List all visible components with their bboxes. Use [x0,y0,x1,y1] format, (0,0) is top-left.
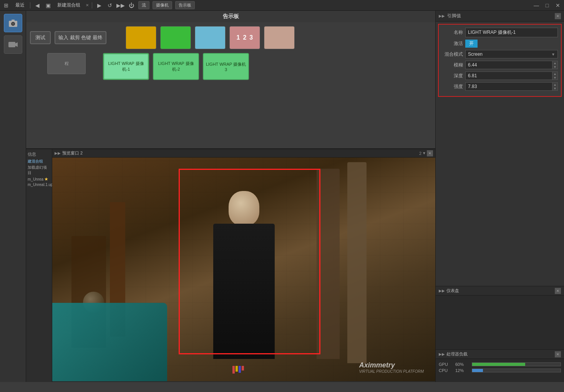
info-item-4[interactable]: m_Unreal.1.uproject [28,183,50,187]
process-box-label: 程 [65,61,69,66]
bottom-info-panel: 信息 建混合组 加载虚幻项目 m_Unrea ★ m_Unreal.1.upro… [26,149,52,382]
strength-spinbox[interactable]: 7.83 ▲ ▼ [465,82,558,91]
watermark-text: Aximmetry VIRTUAL PRODUCTION PLATFORM [359,361,424,374]
expand-cpu-icon[interactable]: ▶▶ [439,352,445,356]
fabric-teal [52,303,167,381]
blend-mode-label: 混合模式 [442,51,463,58]
svg-marker-5 [15,42,18,47]
combined-btn[interactable]: 输入 裁剪 色键 最终 [55,31,106,44]
svg-point-2 [12,23,14,25]
tab-icon[interactable]: ▣ [44,2,52,9]
column-right [347,162,367,364]
depth-label: 深度 [442,73,463,79]
instruments-section: ▶▶ 仪表盘 ✕ [436,286,564,349]
blur-input[interactable]: 6.44 [466,61,552,69]
billboard-btn[interactable]: 告示板 [175,1,195,9]
num2: 2 [243,34,246,41]
compositor-row1: 测试 输入 裁剪 色键 最终 1 2 3 [30,26,431,49]
info-item-1[interactable]: 建混合组 [28,159,50,164]
right-panel-header: ▶▶ 引脚值 ✕ [436,11,564,22]
gpu-bar-container [472,362,561,366]
properties-section: 名称 LIGHT WRAP 摄像机-1 激活 开 混合模式 Screen ▼ 模… [438,24,562,97]
bottom-split: 信息 建混合组 加载虚幻项目 m_Unrea ★ m_Unreal.1.upro… [26,149,435,382]
preview-number: 2 [419,151,421,156]
svg-rect-3 [12,20,15,21]
blur-up-arrow[interactable]: ▲ [552,61,557,65]
gpu-bar [472,363,525,366]
strength-up-arrow[interactable]: ▲ [552,83,557,86]
gpu-pct: 60% [455,362,469,367]
left-sidebar [0,11,26,382]
minimize-icon[interactable]: — [532,2,540,9]
flow-icon[interactable]: ▶ [95,2,103,9]
light-wrap-card-1[interactable]: LIGHT WRAP 摄像机-1 [103,53,149,80]
strength-arrows: ▲ ▼ [552,83,557,90]
light-wrap-card-2[interactable]: LIGHT WRAP 摄像机-2 [153,53,199,80]
depth-input[interactable]: 6.81 [466,72,552,80]
compositor-content: 测试 输入 裁剪 色键 最终 1 2 3 [26,22,435,148]
info-item-2[interactable]: 加载虚幻项目 [28,165,50,176]
color-block-green[interactable] [160,26,191,49]
instruments-header: ▶▶ 仪表盘 ✕ [436,286,564,296]
main-layout: 告示板 测试 输入 裁剪 色键 最终 1 2 3 [0,11,564,382]
color-block-numbered[interactable]: 1 2 3 [229,26,260,49]
expand-right-icon[interactable]: ▶▶ [439,14,445,18]
processor-section: ▶▶ 处理器负载 ✕ GPU 60% CPU 12% [436,349,564,382]
compositor-title: 告示板 [26,11,435,22]
cpu-row: CPU 12% [439,368,561,373]
name-row: 名称 LIGHT WRAP 摄像机-1 [442,28,558,37]
sidebar-camera-btn[interactable] [4,14,22,32]
refresh-icon[interactable]: ↺ [106,2,114,9]
activate-toggle[interactable]: 开 [465,40,478,48]
expand-preview-icon[interactable]: ▶▶ [55,151,61,155]
power-icon[interactable]: ⏻ [128,2,135,9]
depth-up-arrow[interactable]: ▲ [552,72,557,76]
instruments-close-btn[interactable]: ✕ [555,288,561,294]
column-left [317,169,340,359]
expand-instruments-icon[interactable]: ▶▶ [439,289,445,293]
preview-arrow-icon[interactable]: ▼ [422,151,426,155]
blur-label: 模糊 [442,62,463,68]
light-wrap-card-3[interactable]: LIGHT WRAP 摄像机 3 [203,53,249,80]
num1: 1 [236,34,240,41]
blur-down-arrow[interactable]: ▼ [552,65,557,69]
star-icon: ★ [44,176,48,182]
top-menubar: ⊞ 最近 ◀ ▣ 新建混合组 ✕ ▶ ↺ ▶▶ ⏻ 流 摄像机 告示板 — □ … [0,0,564,11]
name-label: 名称 [442,29,463,36]
right-panel-close-btn[interactable]: ✕ [555,13,561,19]
sidebar-video-btn[interactable] [4,35,22,54]
flow-btn[interactable]: 流 [138,1,149,9]
play-icon[interactable]: ▶▶ [117,2,124,9]
close-icon[interactable]: ✕ [554,2,562,9]
color-bars [232,366,244,374]
new-blend-group-tab[interactable]: 新建混合组 [55,1,83,9]
processor-close-btn[interactable]: ✕ [555,351,561,357]
blend-mode-row: 混合模式 Screen ▼ [442,50,558,58]
processor-header: ▶▶ 处理器负载 ✕ [436,350,564,359]
menu-recent[interactable]: 最近 [13,1,27,9]
color-block-skin[interactable] [264,26,295,49]
prev-icon[interactable]: ◀ [33,2,41,9]
strength-input[interactable]: 7.83 [466,83,552,90]
color-block-blue[interactable] [195,26,226,49]
depth-spinbox[interactable]: 6.81 ▲ ▼ [465,71,558,80]
preview-close-btn[interactable]: ✕ [427,150,433,156]
gpu-row: GPU 60% [439,362,561,367]
strength-row: 强度 7.83 ▲ ▼ [442,82,558,91]
separator2 [92,2,92,8]
blend-mode-select[interactable]: Screen ▼ [465,50,558,58]
color-block-yellow[interactable] [126,26,156,49]
info-item-3[interactable]: m_Unrea ★ [28,176,50,182]
cpu-label: CPU [439,368,452,373]
video-icon [8,39,18,50]
strength-down-arrow[interactable]: ▼ [552,86,557,90]
blur-spinbox[interactable]: 6.44 ▲ ▼ [465,61,558,69]
camera-btn[interactable]: 摄像机 [153,1,172,9]
maximize-icon[interactable]: □ [543,2,551,9]
tab-close-icon[interactable]: ✕ [86,3,89,7]
depth-down-arrow[interactable]: ▼ [552,76,557,80]
separator [30,2,30,8]
name-value[interactable]: LIGHT WRAP 摄像机-1 [465,28,558,37]
depth-row: 深度 6.81 ▲ ▼ [442,71,558,80]
test-btn[interactable]: 测试 [30,31,51,44]
